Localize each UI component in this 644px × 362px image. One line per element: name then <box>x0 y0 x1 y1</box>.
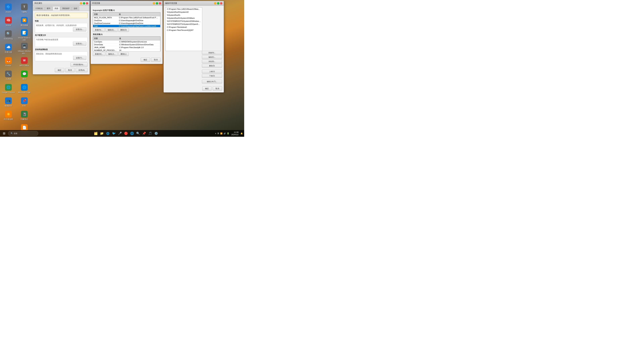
sysprops-minimize-button[interactable]: — <box>80 2 82 4</box>
taskbar-search-box[interactable]: 🔍 搜索 <box>8 131 38 136</box>
sysprops-cancel-button[interactable]: 取消 <box>65 68 75 72</box>
desktop-icon-typora[interactable]: T Typora <box>17 2 32 15</box>
desktop-icon-chrome[interactable]: 🌐 Google Chrome <box>1 82 16 95</box>
taskbar-music[interactable]: 🎵 <box>148 131 153 136</box>
env-vars-button[interactable]: 环境变量(N)... <box>70 62 88 67</box>
edit-env-list[interactable]: C:\Program Files (x86)\VMware\VMware Wor… <box>165 7 202 51</box>
sysprops-ok-button[interactable]: 确定 <box>55 68 64 72</box>
sys-var-row[interactable]: DriverDataC:\Windows\System32\Drivers\Dr… <box>93 43 160 46</box>
tab-advanced[interactable]: 高级 <box>53 6 60 10</box>
editenv-titlebar[interactable]: 编辑环境变量 — □ ✕ <box>164 1 224 6</box>
user-var-row[interactable]: OneDriveConsumerC:\Users\liuguangle\OneD… <box>93 22 160 25</box>
sys-var-row[interactable]: NUMBER_OF_PROCESSORS24 <box>93 49 160 52</box>
desktop-icon-xmind[interactable]: 🧠 Xmind <box>1 15 16 28</box>
desktop-icon-txcloud[interactable]: ▶️ 腾讯视频 <box>17 15 32 28</box>
sys-delete-button[interactable]: 删除(L) <box>118 52 129 56</box>
taskbar-sound-icon[interactable]: 🔊 <box>224 132 226 135</box>
xmind-label: Xmind <box>6 24 11 26</box>
desktop-icon-vscode[interactable]: 📝 Visual Studio Code <box>17 28 32 42</box>
edit-env-list-item[interactable]: %SYSTEMROOT%\System32\WindowsPowerShell\… <box>166 19 202 23</box>
edit-env-list-item[interactable]: %SystemRoot% <box>166 13 202 16</box>
editenv-edit-text-button[interactable]: 编辑文本(T)... <box>202 80 222 83</box>
taskbar-browser2[interactable]: 🌐 <box>129 131 135 136</box>
user-var-row[interactable]: MOZ_PLUGIN_PATHC:\Program Files (x86)\Fo… <box>93 16 160 19</box>
user-var-value: C:\Users\liuguangle\AppData\Local\Micros… <box>118 25 160 27</box>
taskbar-circle[interactable]: 🔴 <box>123 131 129 136</box>
edit-env-list-item[interactable]: C:\Program Files (x86)\VMware\VMware Wor… <box>166 7 202 10</box>
taskbar-settings[interactable]: ⚙️ <box>154 131 159 136</box>
desktop-icon-vmware[interactable]: 🖥️ VMware Workstatio... <box>17 42 32 55</box>
editenv-browse-button[interactable]: 浏览(B)... <box>202 60 222 63</box>
editenv-delete-button[interactable]: 删除(D) <box>202 64 222 68</box>
desktop-icon-weixin[interactable]: 💬 微信 <box>17 69 32 82</box>
sys-var-row[interactable]: ComSpecC:\WINDOWS\system32\cmd.exe <box>93 40 160 43</box>
desktop-icon-qianda[interactable]: 📌 钉钉 <box>17 95 32 109</box>
sys-new-button[interactable]: 新建(W)... <box>93 52 105 56</box>
taskbar-edge[interactable]: 🌐 <box>105 131 110 136</box>
start-button[interactable]: ⊞ <box>1 131 7 136</box>
tab-hardware[interactable]: 硬件 <box>45 6 52 10</box>
editenv-up-button[interactable]: 上移(U) <box>202 70 222 73</box>
sysprops-apply-button[interactable]: 应用(A) <box>76 68 88 72</box>
performance-settings-button[interactable]: 设置(S)... <box>73 27 86 31</box>
desktop-icon-yinxiang[interactable]: 📓 印象笔记 <box>17 109 32 122</box>
taskbar-arrow-icon[interactable]: ∧ <box>215 132 216 135</box>
envvars-close-button[interactable]: ✕ <box>159 2 161 4</box>
tab-computer-name[interactable]: 计算机名 <box>34 6 44 10</box>
sys-var-row[interactable]: JAVA_HOMEC:\Program Files\Java\jdk-1.8 <box>93 46 160 49</box>
sysprops-titlebar[interactable]: 系统属性 — □ ✕ <box>33 1 90 6</box>
startup-settings-button[interactable]: 设置(T)... <box>73 56 86 60</box>
user-profiles-settings-button[interactable]: 设置(E)... <box>73 41 86 46</box>
desktop-icon-microsoftedge[interactable]: 🌐 Microsoft Edge <box>17 82 32 95</box>
editenv-close-button[interactable]: ✕ <box>220 2 222 4</box>
desktop-icon-xiangri[interactable]: ☀️ 向日葵远程 <box>1 109 16 122</box>
sys-edit-button[interactable]: 编辑(J)... <box>106 52 118 56</box>
envvars-titlebar[interactable]: 环境变量 — □ ✕ <box>91 1 162 6</box>
desktop-icon-dianshi[interactable]: 📺 电视影音 <box>1 95 16 109</box>
taskbar-battery-icon[interactable]: 🔋 <box>227 132 229 135</box>
tab-system-protection[interactable]: 系统保护 <box>60 6 72 10</box>
desktop-icon-firefox[interactable]: 🦊 Firefox <box>1 55 16 69</box>
sysprops-window-controls: — □ ✕ <box>80 2 88 4</box>
taskbar-wifi-icon[interactable]: 📶 <box>220 132 222 135</box>
editenv-new-button[interactable]: 新建(N)... <box>202 51 222 55</box>
edit-env-list-item[interactable]: C:\Program Files\Tencent\QQNT <box>166 29 202 32</box>
taskbar-twitter[interactable]: 🐦 <box>111 131 116 136</box>
envvars-cancel-button[interactable]: 取消 <box>151 58 160 62</box>
editenv-minimize-button[interactable]: — <box>214 2 216 4</box>
editenv-cancel-button[interactable]: 取消 <box>213 86 222 91</box>
desktop-icon-gongju[interactable]: 🔧 工具箱 <box>1 69 16 82</box>
editenv-down-button[interactable]: 下移(O) <box>202 74 222 78</box>
sysprops-maximize-button[interactable]: □ <box>83 2 85 4</box>
user-delete-button[interactable]: 删除(D) <box>118 28 129 32</box>
edit-env-list-item[interactable]: %SYSTEMROOT%\System32\OpenSSH\ <box>166 23 202 26</box>
desktop-icon-everything[interactable]: 🔍 Everything <box>1 28 16 42</box>
user-new-button[interactable]: 新建(N)... <box>93 28 105 32</box>
envvars-maximize-button[interactable]: □ <box>156 2 158 4</box>
taskbar-clock[interactable]: 11:08 2024/1/2 <box>231 131 238 136</box>
user-var-row[interactable]: OneDriveC:\Users\liuguangle\OneDrive <box>93 19 160 22</box>
taskbar-file-explorer[interactable]: 🗂️ <box>93 131 98 136</box>
envvars-minimize-button[interactable]: — <box>153 2 155 4</box>
tab-remote[interactable]: 远程 <box>72 6 79 10</box>
desktop-icon-baiduyun[interactable]: ☁️ 百度云盘 <box>1 42 16 55</box>
taskbar-folder[interactable]: 📁 <box>99 131 104 136</box>
startup-desc: 系统启动、系统故障和调试信息 <box>36 53 86 55</box>
user-var-value: C:\Users\liuguangle\OneDrive <box>118 22 160 25</box>
taskbar-notification-icon[interactable]: 🔔 <box>240 132 243 135</box>
sysprops-close-button[interactable]: ✕ <box>86 2 88 4</box>
editenv-edit-button[interactable]: 编辑(E)... <box>202 55 222 59</box>
desktop-icon-drawio[interactable]: 🔷 drawio <box>1 2 16 15</box>
user-edit-button[interactable]: 编辑(E)... <box>106 28 118 32</box>
editenv-ok-button[interactable]: 确定 <box>202 86 212 91</box>
user-var-row[interactable]: PathC:\Users\liuguangle\AppData\Local\Mi… <box>93 25 160 27</box>
edit-env-list-item[interactable]: C:\Program Files\dotnet\ <box>166 26 202 29</box>
edit-env-list-item[interactable]: %SystemRoot%\System32\Wbem <box>166 16 202 19</box>
editenv-maximize-button[interactable]: □ <box>217 2 219 4</box>
envvars-ok-button[interactable]: 确定 <box>141 58 150 62</box>
taskbar-pin[interactable]: 📌 <box>142 131 147 136</box>
edit-env-list-item[interactable]: %SystemRoot%\system32 <box>166 10 202 13</box>
taskbar-search2[interactable]: 🔍 <box>135 131 141 136</box>
desktop-icon-wps[interactable]: W WPS Office <box>17 55 32 69</box>
taskbar-mic[interactable]: 🎤 <box>117 131 122 136</box>
